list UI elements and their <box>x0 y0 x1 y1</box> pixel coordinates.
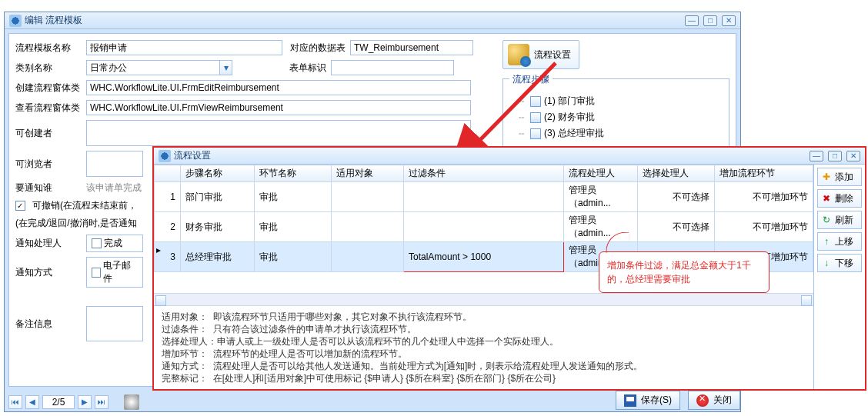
notify-handler-label: 通知处理人 <box>15 237 82 250</box>
print-icon[interactable] <box>124 394 139 410</box>
page-indicator[interactable] <box>42 395 75 409</box>
window-title: 编辑 流程模板 <box>25 14 685 27</box>
tree-item[interactable]: (2) 财务审批 <box>509 109 723 125</box>
save-button[interactable]: 保存(S) <box>616 391 680 410</box>
need-notify-placeholder: 该申请单完成 <box>86 181 142 195</box>
horizontal-scrollbar[interactable] <box>154 293 813 305</box>
complete-checkbox[interactable] <box>92 238 102 248</box>
flow-settings-window: 流程设置 — □ ✕ 步骤名称 环节名称 适用对象 过滤条件 流 <box>152 146 866 391</box>
tree-item[interactable]: (3) 总经理审批 <box>509 125 723 141</box>
email-chk-label: 电子邮件 <box>103 259 138 285</box>
view-form-label: 查看流程窗体类 <box>15 102 82 115</box>
title-bar[interactable]: 编辑 流程模板 — □ ✕ <box>5 12 740 29</box>
page-icon <box>530 112 541 123</box>
arrow-down-icon: ↓ <box>821 258 832 268</box>
data-table-label: 对应的数据表 <box>290 42 346 55</box>
remark-input[interactable] <box>86 306 143 341</box>
close-icon <box>696 394 709 407</box>
close-button[interactable]: 关闭 <box>688 391 740 410</box>
revoke-checkbox[interactable] <box>15 201 25 211</box>
table-mark-input[interactable] <box>331 60 454 75</box>
email-checkbox[interactable] <box>92 268 101 278</box>
can-browse-label: 可浏览者 <box>15 158 82 171</box>
chevron-down-icon[interactable]: ▾ <box>220 60 232 75</box>
after-complete-label: (在完成/退回/撤消时,是否通知 <box>15 217 137 230</box>
first-record-button[interactable]: ⏮ <box>8 395 22 409</box>
move-down-button[interactable]: ↓下移 <box>817 254 862 272</box>
page-icon <box>530 96 541 107</box>
can-create-input[interactable] <box>86 120 471 146</box>
revoke-label: 可撤销(在流程未结束前， <box>32 199 137 212</box>
close-window-button[interactable]: ✕ <box>722 15 736 26</box>
add-icon: ✚ <box>821 171 832 182</box>
category-combo[interactable] <box>86 60 220 75</box>
app-icon <box>9 15 22 27</box>
need-notify-label: 要通知谁 <box>15 181 82 195</box>
table-row[interactable]: 2 财务审批 审批 管理员（admin... 不可选择 不可增加环节 <box>155 212 813 242</box>
move-up-button[interactable]: ↑上移 <box>817 232 862 251</box>
tpl-name-label: 流程模板名称 <box>15 42 82 55</box>
delete-icon: ✖ <box>821 193 832 204</box>
table-row[interactable]: 1 部门审批 审批 管理员（admin... 不可选择 不可增加环节 <box>155 182 813 212</box>
view-form-input[interactable] <box>86 100 471 115</box>
overlay-title-bar[interactable]: 流程设置 — □ ✕ <box>154 148 865 165</box>
notify-way-label: 通知方式 <box>15 266 82 279</box>
complete-chk-label: 完成 <box>104 237 122 250</box>
overlay-title: 流程设置 <box>174 149 810 162</box>
remark-label: 备注信息 <box>15 318 82 331</box>
refresh-button[interactable]: ↻刷新 <box>817 211 862 229</box>
app-icon <box>159 150 171 162</box>
maximize-button[interactable]: □ <box>828 151 842 161</box>
table-mark-label: 表单标识 <box>289 62 326 75</box>
last-record-button[interactable]: ⏭ <box>95 395 108 409</box>
page-icon <box>530 128 541 139</box>
save-icon <box>624 394 636 407</box>
flow-steps-title: 流程步骤 <box>509 73 553 86</box>
can-browse-input[interactable] <box>86 151 143 177</box>
flow-settings-button[interactable]: 流程设置 <box>502 40 579 69</box>
refresh-icon: ↻ <box>821 215 832 225</box>
gear-user-icon <box>508 44 529 65</box>
category-label: 类别名称 <box>15 62 82 75</box>
add-button[interactable]: ✚添加 <box>817 168 862 186</box>
record-navigator: ⏮ ◀ ▶ ⏭ <box>8 394 139 410</box>
table-header: 步骤名称 环节名称 适用对象 过滤条件 流程处理人 选择处理人 增加流程环节 <box>155 165 813 182</box>
filter-condition-cell[interactable]: TotalAmount > 1000 <box>404 242 564 272</box>
arrow-up-icon: ↑ <box>821 236 832 247</box>
flow-settings-label: 流程设置 <box>534 48 571 62</box>
tree-item[interactable]: (1) 部门审批 <box>509 93 723 109</box>
close-window-button[interactable]: ✕ <box>846 151 860 161</box>
annotation-callout: 增加条件过滤，满足总金额大于1千的，总经理需要审批 <box>599 251 770 293</box>
minimize-button[interactable]: — <box>685 15 699 26</box>
create-form-label: 创建流程窗体类 <box>15 82 82 95</box>
actions-column: ✚添加 ✖删除 ↻刷新 ↑上移 ↓下移 <box>814 165 865 389</box>
create-form-input[interactable] <box>86 80 471 95</box>
can-create-label: 可创建者 <box>15 127 82 140</box>
prev-record-button[interactable]: ◀ <box>25 395 39 409</box>
next-record-button[interactable]: ▶ <box>78 395 92 409</box>
tpl-name-input[interactable] <box>86 40 282 55</box>
delete-button[interactable]: ✖删除 <box>817 189 862 208</box>
help-text: 适用对象： 即该流程环节只适用于哪些对象，其它对象不执行该流程环节。 过滤条件：… <box>154 305 813 389</box>
data-table-input[interactable] <box>350 40 473 55</box>
minimize-button[interactable]: — <box>810 151 823 161</box>
maximize-button[interactable]: □ <box>703 15 717 26</box>
